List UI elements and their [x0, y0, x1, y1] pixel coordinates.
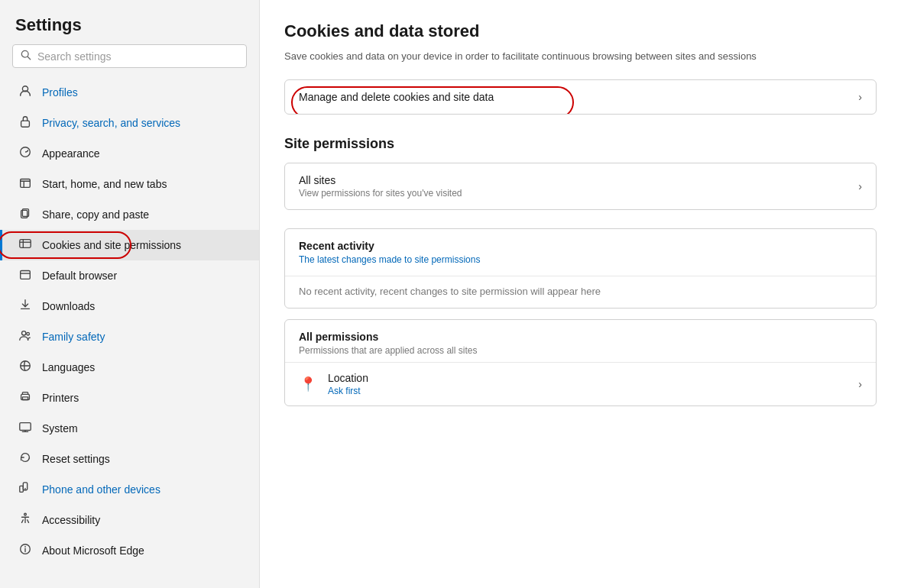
sidebar-item-phone[interactable]: Phone and other devices — [0, 474, 259, 505]
recent-activity-header: Recent activity The latest changes made … — [285, 229, 876, 270]
svg-point-14 — [27, 332, 30, 335]
sidebar-item-label-cookies: Cookies and site permissions — [42, 239, 181, 251]
sidebar-item-label-start-home: Start, home, and new tabs — [42, 178, 167, 190]
svg-rect-23 — [20, 486, 24, 492]
manage-cookies-card: Manage and delete cookies and site data … — [284, 79, 877, 115]
svg-point-13 — [22, 331, 26, 335]
sidebar: Settings ProfilesPrivacy, search, and se… — [0, 0, 260, 588]
accessibility-icon — [18, 512, 33, 528]
all-permissions-card: All permissions Permissions that are app… — [284, 319, 877, 406]
sidebar-item-system[interactable]: System — [0, 413, 259, 444]
sidebar-item-label-about: About Microsoft Edge — [42, 544, 144, 557]
sidebar-item-label-downloads: Downloads — [42, 300, 95, 312]
location-permission-status: Ask first — [328, 386, 368, 396]
profiles-icon — [18, 84, 33, 101]
recent-activity-subtitle: The latest changes made to site permissi… — [299, 254, 862, 265]
svg-rect-18 — [20, 423, 31, 431]
appearance-icon — [18, 145, 33, 162]
sidebar-item-label-family-safety: Family safety — [42, 331, 105, 343]
location-permission-name: Location — [328, 372, 368, 384]
sidebar-item-label-printers: Printers — [42, 392, 79, 404]
sidebar-item-cookies[interactable]: Cookies and site permissions — [0, 230, 259, 260]
cookies-icon — [18, 237, 33, 254]
sidebar-item-label-privacy: Privacy, search, and services — [42, 117, 180, 129]
page-title: Cookies and data stored — [284, 21, 877, 41]
share-copy-icon — [18, 206, 33, 223]
all-sites-item[interactable]: All sites View permissions for sites you… — [285, 163, 876, 209]
main-content: Cookies and data stored Save cookies and… — [260, 0, 901, 588]
svg-rect-5 — [21, 179, 31, 188]
recent-activity-title: Recent activity — [299, 240, 862, 252]
sidebar-item-start-home[interactable]: Start, home, and new tabs — [0, 169, 259, 199]
sidebar-item-label-default-browser: Default browser — [42, 270, 117, 282]
location-chevron: › — [858, 378, 862, 390]
sidebar-item-languages[interactable]: Languages — [0, 352, 259, 383]
manage-cookies-title: Manage and delete cookies and site data — [299, 91, 494, 103]
sidebar-item-label-share-copy: Share, copy and paste — [42, 208, 149, 221]
svg-rect-17 — [22, 397, 28, 400]
recent-activity-card: Recent activity The latest changes made … — [284, 228, 877, 309]
manage-cookies-item[interactable]: Manage and delete cookies and site data … — [285, 80, 876, 114]
location-permission-row[interactable]: 📍 Location Ask first › — [285, 362, 876, 405]
sidebar-item-profiles[interactable]: Profiles — [0, 77, 259, 108]
svg-rect-3 — [21, 121, 30, 127]
sidebar-item-label-phone: Phone and other devices — [42, 483, 160, 496]
family-safety-icon — [18, 328, 33, 345]
about-icon — [18, 542, 33, 559]
svg-rect-11 — [21, 271, 31, 279]
all-permissions-subtitle: Permissions that are applied across all … — [299, 345, 862, 356]
recent-activity-empty: No recent activity, recent changes to si… — [285, 276, 876, 308]
search-box[interactable] — [12, 44, 247, 68]
sidebar-item-label-languages: Languages — [42, 361, 95, 373]
search-icon — [21, 50, 31, 63]
start-home-icon — [18, 176, 33, 192]
svg-point-26 — [24, 546, 26, 548]
sidebar-item-downloads[interactable]: Downloads — [0, 291, 259, 321]
svg-rect-8 — [20, 240, 31, 248]
svg-point-24 — [24, 513, 27, 515]
nav-list: ProfilesPrivacy, search, and servicesApp… — [0, 77, 259, 566]
sidebar-title: Settings — [0, 0, 259, 44]
all-permissions-header: All permissions Permissions that are app… — [285, 320, 876, 362]
search-input[interactable] — [37, 50, 238, 63]
reset-icon — [18, 451, 33, 467]
sidebar-item-family-safety[interactable]: Family safety — [0, 321, 259, 352]
all-sites-subtitle: View permissions for sites you've visite… — [299, 188, 462, 199]
privacy-icon — [18, 115, 33, 131]
sidebar-item-share-copy[interactable]: Share, copy and paste — [0, 199, 259, 230]
sidebar-item-printers[interactable]: Printers — [0, 383, 259, 413]
sidebar-item-privacy[interactable]: Privacy, search, and services — [0, 108, 259, 138]
sidebar-item-appearance[interactable]: Appearance — [0, 138, 259, 169]
languages-icon — [18, 359, 33, 376]
all-permissions-title: All permissions — [299, 331, 862, 343]
default-browser-icon — [18, 267, 33, 284]
sidebar-item-label-system: System — [42, 422, 78, 435]
sidebar-item-about[interactable]: About Microsoft Edge — [0, 535, 259, 566]
sidebar-item-default-browser[interactable]: Default browser — [0, 260, 259, 291]
phone-icon — [18, 481, 33, 498]
svg-line-1 — [28, 57, 31, 60]
downloads-icon — [18, 298, 33, 315]
all-sites-chevron: › — [858, 180, 862, 192]
sidebar-item-label-appearance: Appearance — [42, 147, 100, 160]
sidebar-item-label-profiles: Profiles — [42, 86, 78, 99]
sidebar-item-accessibility[interactable]: Accessibility — [0, 505, 259, 535]
sidebar-item-label-reset: Reset settings — [42, 453, 110, 465]
sidebar-item-label-accessibility: Accessibility — [42, 514, 100, 526]
printers-icon — [18, 389, 33, 406]
section-description: Save cookies and data on your device in … — [284, 49, 877, 64]
system-icon — [18, 420, 33, 437]
sidebar-item-reset[interactable]: Reset settings — [0, 444, 259, 474]
all-sites-title: All sites — [299, 174, 462, 186]
site-permissions-heading: Site permissions — [284, 136, 877, 152]
manage-cookies-chevron: › — [858, 91, 862, 103]
all-sites-card: All sites View permissions for sites you… — [284, 163, 877, 210]
location-icon: 📍 — [299, 376, 317, 393]
